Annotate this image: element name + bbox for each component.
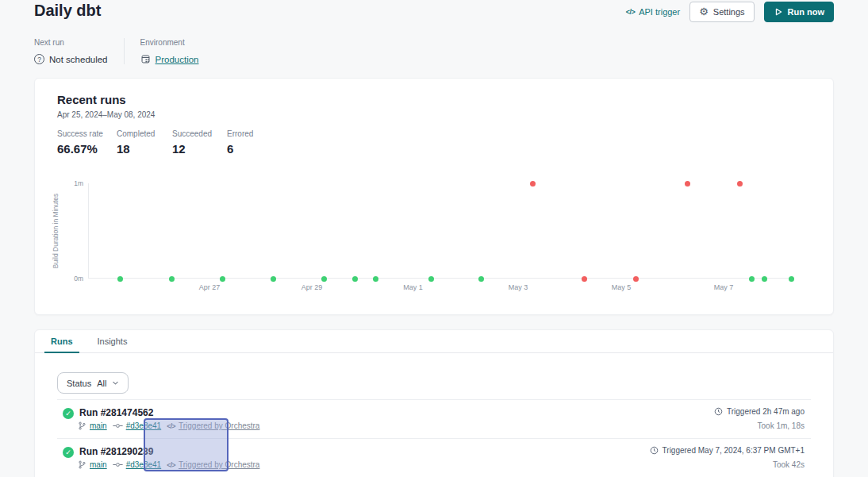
job-meta: Next run ? Not scheduled Environment	[34, 38, 199, 64]
environment-label: Environment	[140, 38, 199, 47]
code-icon: </>	[167, 461, 175, 469]
run-now-button[interactable]: Run now	[764, 2, 834, 22]
commit-link[interactable]: #d3e8e41	[126, 460, 162, 469]
run-point-success[interactable]	[271, 276, 276, 282]
run-row[interactable]: ✓ Run #281474562 main	[35, 399, 833, 438]
x-axis-tick: May 3	[509, 283, 528, 291]
run-triggered-time: Triggered May 7, 2024, 6:37 PM GMT+1	[650, 446, 805, 455]
environment-link[interactable]: Production	[156, 55, 199, 64]
git-branch-icon	[78, 460, 86, 469]
x-axis-tick: May 5	[612, 283, 632, 291]
commit-item: #d3e8e41	[113, 421, 162, 430]
x-axis-tick: Apr 29	[301, 283, 323, 291]
git-branch-icon	[78, 421, 86, 430]
next-run-value: Not scheduled	[49, 55, 108, 64]
run-point-error[interactable]	[633, 276, 639, 282]
stat-errored: Errored 6	[227, 129, 253, 156]
code-icon: </>	[167, 422, 175, 430]
chevron-down-icon	[112, 379, 119, 387]
run-point-error[interactable]	[582, 276, 587, 282]
header-actions: </> API trigger ⚙ Settings Run now	[626, 1, 834, 22]
triggered-text: Triggered 2h 47m ago	[727, 407, 805, 416]
status-filter-label: Status	[67, 379, 91, 388]
run-duration: Took 42s	[773, 460, 805, 469]
run-duration: Took 1m, 18s	[758, 421, 805, 430]
y-axis-label: Build Duration in Minutes	[52, 194, 60, 269]
api-trigger-label: API trigger	[639, 7, 680, 17]
trigger-link[interactable]: Triggered by Orchestra	[179, 421, 259, 430]
run-point-error[interactable]	[737, 181, 743, 187]
status-filter-value: All	[97, 379, 106, 388]
run-point-success[interactable]	[352, 276, 358, 282]
tab-runs[interactable]: Runs	[44, 330, 79, 352]
run-point-success[interactable]	[749, 276, 755, 282]
y-axis-tick: 1m	[63, 179, 83, 187]
stat-value: 66.67%	[57, 142, 117, 156]
runs-card: Runs Insights Status All ✓ Run #28147456…	[34, 329, 834, 477]
run-title: Run #281474562	[79, 407, 153, 418]
branch-link[interactable]: main	[90, 421, 107, 430]
branch-item: main	[78, 460, 107, 469]
trigger-link[interactable]: Triggered by Orchestra	[179, 460, 259, 469]
play-icon	[774, 7, 783, 17]
branch-link[interactable]: main	[90, 460, 107, 469]
stat-value: 12	[172, 142, 227, 156]
run-point-success[interactable]	[428, 276, 434, 282]
run-sub-row: main #d3e8e41 </> Triggered by Orchestra	[78, 421, 259, 430]
x-axis-tick: May 1	[403, 283, 423, 291]
run-point-success[interactable]	[117, 276, 123, 282]
stat-completed: Completed 18	[117, 129, 172, 156]
x-axis-ticks: Apr 27Apr 29May 1May 3May 5May 7	[88, 283, 794, 293]
run-stats: Success rate 66.67% Completed 18 Succeed…	[57, 129, 253, 156]
commit-link[interactable]: #d3e8e41	[126, 421, 162, 430]
branch-item: main	[78, 421, 107, 430]
commit-item: #d3e8e41	[113, 460, 162, 469]
job-page: Daily dbt </> API trigger ⚙ Settings Run…	[0, 0, 868, 477]
stat-success-rate: Success rate 66.67%	[57, 129, 117, 156]
stat-label: Errored	[227, 129, 253, 138]
stat-label: Success rate	[57, 129, 117, 138]
next-run-label: Next run	[34, 38, 108, 47]
api-trigger-link[interactable]: </> API trigger	[626, 7, 680, 17]
run-point-success[interactable]	[789, 276, 794, 282]
question-circle-icon: ?	[34, 54, 44, 64]
y-axis-tick: 0m	[63, 275, 83, 283]
y-axis-label-wrap: Build Duration in Minutes	[49, 183, 62, 279]
tab-insights[interactable]: Insights	[91, 330, 134, 352]
clock-icon	[650, 446, 659, 455]
run-point-success[interactable]	[220, 276, 225, 282]
gear-icon: ⚙	[699, 6, 709, 17]
recent-runs-title: Recent runs	[57, 93, 126, 106]
status-filter-dropdown[interactable]: Status All	[57, 372, 129, 394]
trigger-item: </> Triggered by Orchestra	[167, 421, 259, 430]
run-point-error[interactable]	[685, 181, 690, 187]
code-icon: </>	[626, 8, 636, 16]
database-icon	[140, 54, 151, 64]
run-point-success[interactable]	[169, 276, 175, 282]
clock-icon	[714, 407, 723, 416]
stat-value: 18	[117, 142, 172, 156]
recent-runs-card: Recent runs Apr 25, 2024–May 08, 2024 Su…	[34, 78, 834, 315]
run-duration-scatter	[88, 183, 794, 279]
next-run-block: Next run ? Not scheduled	[34, 38, 108, 64]
x-axis-tick: May 7	[714, 283, 734, 291]
git-commit-icon	[113, 421, 123, 430]
run-point-success[interactable]	[321, 276, 327, 282]
settings-button[interactable]: ⚙ Settings	[689, 2, 754, 22]
run-now-label: Run now	[788, 7, 824, 17]
run-point-success[interactable]	[762, 276, 767, 282]
run-sub-row: main #d3e8e41 </> Triggered by Orchestra	[78, 460, 259, 469]
environment-value-row: Production	[140, 54, 199, 64]
run-point-error[interactable]	[530, 181, 536, 187]
page-title: Daily dbt	[34, 2, 101, 20]
run-row[interactable]: ✓ Run #281290239 main	[35, 438, 833, 477]
recent-runs-date-range: Apr 25, 2024–May 08, 2024	[57, 110, 155, 119]
triggered-text: Triggered May 7, 2024, 6:37 PM GMT+1	[663, 446, 805, 455]
run-title: Run #281290239	[79, 446, 153, 457]
run-success-icon: ✓	[63, 408, 74, 419]
run-point-success[interactable]	[478, 276, 484, 282]
x-axis-tick: Apr 27	[199, 283, 221, 291]
stat-label: Succeeded	[172, 129, 227, 138]
git-commit-icon	[113, 460, 123, 469]
run-point-success[interactable]	[373, 276, 378, 282]
